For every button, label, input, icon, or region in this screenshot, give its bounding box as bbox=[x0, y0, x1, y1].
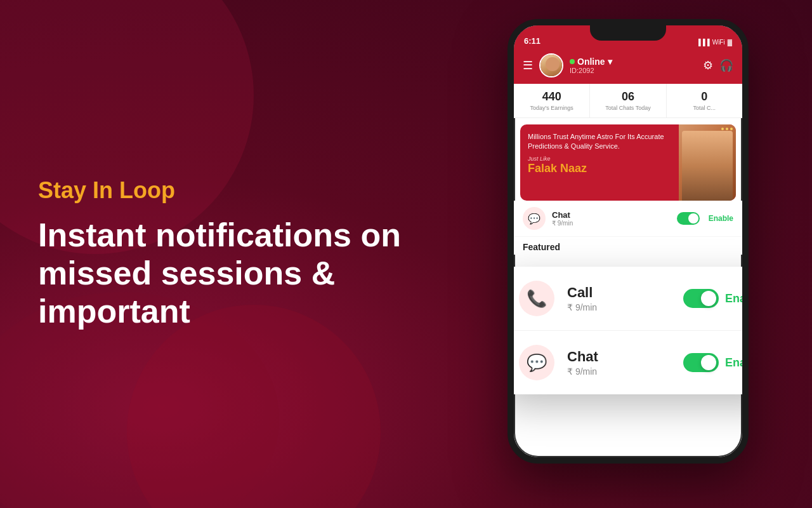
earnings-label: Today's Earnings bbox=[518, 105, 586, 111]
battery-icon: ▓ bbox=[728, 39, 732, 46]
featured-section-label: Featured bbox=[514, 237, 742, 255]
stat-other: 0 Total C... bbox=[667, 84, 742, 117]
banner-person-image bbox=[682, 131, 733, 201]
chat-icon-wrap: 💬 bbox=[519, 345, 554, 380]
banner-text: Millions Trust Anytime Astro For Its Acc… bbox=[520, 124, 679, 201]
promo-banner: Millions Trust Anytime Astro For Its Acc… bbox=[520, 124, 736, 201]
wifi-icon: WiFi bbox=[712, 39, 725, 46]
stat-chats: 06 Total Chats Today bbox=[590, 84, 666, 117]
call-service-info: Call ₹ 9/min bbox=[567, 284, 671, 312]
user-id: ID:2092 bbox=[570, 67, 697, 74]
header-icons: ⚙ 🎧 bbox=[703, 58, 733, 72]
status-icons: ▐▐▐ WiFi ▓ bbox=[696, 39, 732, 46]
in-app-chat-name: Chat bbox=[552, 210, 671, 220]
stat-earnings: 440 Today's Earnings bbox=[514, 84, 590, 117]
headline: Instant notifications on missed sessions… bbox=[38, 217, 406, 330]
light-1 bbox=[721, 128, 724, 130]
in-app-chat-enable-label: Enable bbox=[709, 214, 733, 223]
tagline: Stay In Loop bbox=[38, 177, 406, 204]
popup-card: 📞 Call ₹ 9/min Enable 💬 Chat ₹ 9/m bbox=[508, 267, 749, 394]
support-icon[interactable]: 🎧 bbox=[719, 58, 733, 72]
banner-lights bbox=[721, 128, 733, 130]
other-label: Total C... bbox=[671, 105, 738, 111]
call-enable-label: Enable bbox=[725, 292, 749, 305]
chats-label: Total Chats Today bbox=[594, 105, 662, 111]
phone-mockup: 6:11 ▐▐▐ WiFi ▓ ☰ Online ▾ ID:209 bbox=[508, 19, 774, 489]
phone-notch bbox=[590, 25, 666, 41]
banner-description: Millions Trust Anytime Astro For Its Acc… bbox=[528, 132, 671, 152]
app-header: ☰ Online ▾ ID:2092 ⚙ 🎧 bbox=[514, 48, 742, 84]
user-info: Online ▾ ID:2092 bbox=[570, 57, 697, 74]
banner-just-like: Just Like bbox=[528, 156, 671, 162]
avatar bbox=[539, 53, 563, 77]
settings-icon[interactable]: ⚙ bbox=[703, 58, 713, 72]
chat-service-price: ₹ 9/min bbox=[567, 366, 671, 377]
phone-device: 6:11 ▐▐▐ WiFi ▓ ☰ Online ▾ ID:209 bbox=[508, 19, 749, 464]
chat-toggle[interactable] bbox=[683, 353, 719, 372]
app-content: 💬 Chat ₹ 9/min Enable Featured bbox=[514, 201, 742, 255]
chat-enable-label: Enable bbox=[725, 356, 749, 370]
chat-service-name: Chat bbox=[567, 349, 671, 365]
light-2 bbox=[726, 128, 728, 130]
chat-service-row: 💬 Chat ₹ 9/min Enable bbox=[508, 330, 749, 394]
chats-value: 06 bbox=[594, 90, 662, 104]
call-toggle-wrap: Enable bbox=[683, 289, 749, 308]
call-service-name: Call bbox=[567, 284, 671, 301]
chat-toggle-wrap: Enable bbox=[683, 353, 749, 372]
earnings-value: 440 bbox=[518, 90, 586, 104]
chat-service-info: Chat ₹ 9/min bbox=[567, 349, 671, 377]
avatar-face bbox=[546, 57, 560, 71]
in-app-chat-price: ₹ 9/min bbox=[552, 220, 671, 227]
avatar-image bbox=[540, 55, 562, 76]
in-app-chat-icon: 💬 bbox=[523, 207, 546, 230]
chat-icon: 💬 bbox=[527, 353, 547, 373]
chevron-icon: ▾ bbox=[608, 57, 612, 67]
light-3 bbox=[730, 128, 733, 130]
user-status: Online ▾ bbox=[570, 57, 697, 67]
status-text: Online bbox=[577, 57, 605, 67]
banner-person-name: Falak Naaz bbox=[528, 162, 671, 175]
call-icon: 📞 bbox=[527, 289, 547, 309]
in-app-chat-row: 💬 Chat ₹ 9/min Enable bbox=[514, 201, 742, 237]
stats-row: 440 Today's Earnings 06 Total Chats Toda… bbox=[514, 84, 742, 118]
other-value: 0 bbox=[671, 90, 738, 104]
banner-image bbox=[679, 124, 736, 201]
call-service-row: 📞 Call ₹ 9/min Enable bbox=[508, 267, 749, 330]
in-app-chat-toggle[interactable] bbox=[677, 212, 700, 225]
status-time: 6:11 bbox=[524, 36, 540, 46]
left-content: Stay In Loop Instant notifications on mi… bbox=[38, 177, 406, 330]
call-toggle[interactable] bbox=[683, 289, 719, 308]
call-icon-wrap: 📞 bbox=[519, 281, 554, 316]
call-service-price: ₹ 9/min bbox=[567, 302, 671, 312]
hamburger-icon[interactable]: ☰ bbox=[523, 58, 533, 72]
online-indicator bbox=[570, 59, 575, 64]
in-app-chat-info: Chat ₹ 9/min bbox=[552, 210, 671, 227]
signal-icon: ▐▐▐ bbox=[696, 39, 709, 46]
